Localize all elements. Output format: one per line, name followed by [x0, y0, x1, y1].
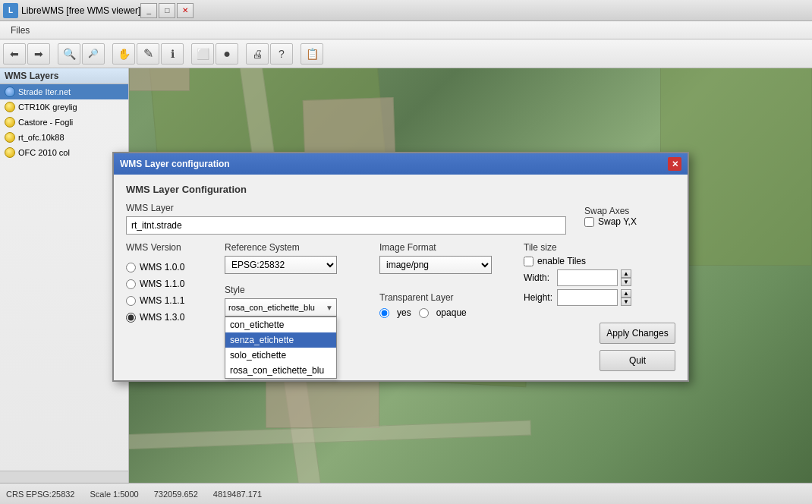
enable-tiles-checkbox[interactable]: [524, 257, 533, 266]
wms-version-100-radio[interactable]: [126, 263, 136, 272]
style-current-value: rosa_con_etichette_blu: [228, 303, 315, 312]
dialog-title: WMS Layer configuration: [120, 159, 230, 169]
status-crs: CRS EPSG:25832: [6, 490, 75, 499]
print-button[interactable]: 🖨: [246, 43, 269, 65]
dialog-section-title: WMS Layer Configuration: [126, 184, 675, 195]
tile-height-up[interactable]: ▲: [621, 289, 631, 298]
close-button[interactable]: ✕: [177, 3, 194, 18]
style-option-con-etichette[interactable]: con_etichette: [225, 317, 336, 332]
select-button[interactable]: ⬜: [191, 43, 214, 65]
wms-version-130-radio[interactable]: [126, 313, 136, 323]
quit-button[interactable]: Quit: [600, 350, 675, 371]
image-format-group: Image Format image/png image/jpeg image/…: [379, 242, 508, 274]
nav-forward-button[interactable]: ➡: [27, 43, 50, 65]
apply-changes-button[interactable]: Apply Changes: [600, 323, 675, 344]
zoom-in-button[interactable]: 🔍: [58, 43, 80, 65]
hand-tool-button[interactable]: ✋: [112, 43, 135, 65]
tile-size-group: Tile size enable Tiles Width: ▲ ▼: [524, 242, 675, 309]
wms-version-100-row: WMS 1.0.0: [126, 262, 209, 272]
point-button[interactable]: ●: [216, 43, 238, 65]
swap-axes-label: Swap Axes: [584, 206, 645, 216]
tile-width-row: Width: ▲ ▼: [524, 269, 675, 286]
style-dropdown-container: rosa_con_etichette_blu ▼ con_etichette s…: [225, 298, 364, 317]
zoom-out-button[interactable]: 🔎: [82, 43, 105, 65]
form-columns: WMS Version WMS 1.0.0 WMS 1.1.0 WMS 1.1.…: [126, 242, 675, 371]
swap-yx-label: Swap Y,X: [598, 216, 637, 227]
minimize-button[interactable]: _: [140, 3, 157, 18]
clipboard-button[interactable]: 📋: [301, 43, 323, 65]
wms-layer-row: WMS Layer Swap Axes Swap Y,X: [126, 203, 675, 235]
transparent-label: Transparent Layer: [379, 292, 454, 303]
image-format-select[interactable]: image/png image/jpeg image/gif: [379, 256, 492, 274]
transparent-options-row: yes opaque: [379, 307, 508, 318]
img-format-col: Image Format image/png image/jpeg image/…: [379, 242, 508, 371]
action-buttons-col: Apply Changes Quit: [600, 323, 675, 371]
tile-width-down[interactable]: ▼: [621, 278, 631, 286]
style-dropdown-arrow: ▼: [326, 304, 333, 312]
transparent-yes-label: yes: [397, 307, 411, 318]
help-button[interactable]: ?: [270, 43, 293, 65]
ref-system-group: Reference System EPSG:25832 EPSG:4326 EP…: [225, 242, 364, 274]
title-bar: L LibreWMS [free WMS viewer] _ □ ✕: [0, 0, 812, 21]
tile-height-row: Height: ▲ ▼: [524, 289, 675, 306]
status-x: 732059.652: [154, 490, 198, 499]
status-y: 4819487.171: [213, 490, 262, 499]
wms-version-110-row: WMS 1.1.0: [126, 279, 209, 289]
window-controls: _ □ ✕: [140, 3, 194, 18]
ref-system-select[interactable]: EPSG:25832 EPSG:4326 EPSG:3857: [225, 256, 337, 274]
transparent-opaque-radio[interactable]: [419, 308, 429, 318]
transparent-yes-radio[interactable]: [379, 308, 389, 318]
wms-version-100-label: WMS 1.0.0: [140, 262, 184, 272]
wms-version-111-radio[interactable]: [126, 296, 136, 306]
edit-button[interactable]: ✎: [137, 43, 159, 65]
app-title: LibreWMS [free WMS viewer]: [21, 5, 140, 16]
menu-bar: Files: [0, 21, 812, 39]
dialog-title-bar: WMS Layer configuration ✕: [114, 153, 688, 175]
style-option-rosa-etichette-blu[interactable]: rosa_con_etichette_blu: [225, 363, 336, 378]
info-button[interactable]: ℹ: [161, 43, 184, 65]
tile-width-label: Width:: [524, 272, 554, 283]
files-menu[interactable]: Files: [5, 24, 36, 37]
tile-height-label: Height:: [524, 292, 554, 303]
ref-system-label: Reference System: [225, 242, 300, 253]
status-scale: Scale 1:5000: [90, 490, 139, 499]
wms-version-130-row: WMS 1.3.0: [126, 312, 209, 323]
transparent-layer-group: Transparent Layer yes opaque: [379, 292, 508, 318]
image-format-label: Image Format: [379, 242, 436, 253]
nav-back-button[interactable]: ⬅: [3, 43, 26, 65]
style-select-trigger[interactable]: rosa_con_etichette_blu ▼: [225, 298, 337, 317]
wms-layer-input[interactable]: [126, 216, 566, 235]
tile-width-up[interactable]: ▲: [621, 269, 631, 278]
tile-height-spinners: ▲ ▼: [621, 289, 631, 306]
status-bar: CRS EPSG:25832 Scale 1:5000 732059.652 4…: [0, 483, 812, 504]
swap-yx-checkbox[interactable]: [584, 217, 594, 227]
tile-height-down[interactable]: ▼: [621, 298, 631, 306]
wms-version-111-label: WMS 1.1.1: [140, 295, 184, 306]
tile-size-label: Tile size: [524, 242, 557, 253]
wms-version-col: WMS Version WMS 1.0.0 WMS 1.1.0 WMS 1.1.…: [126, 242, 209, 371]
wms-version-label: WMS Version: [126, 242, 209, 253]
app-icon: L: [3, 3, 18, 18]
style-option-solo-etichette[interactable]: solo_etichette: [225, 348, 336, 363]
dialog-close-button[interactable]: ✕: [668, 157, 681, 171]
swap-yx-row: Swap Y,X: [584, 216, 637, 227]
tile-height-input[interactable]: [557, 289, 618, 306]
wms-layer-config-dialog: WMS Layer configuration ✕ WMS Layer Conf…: [112, 152, 689, 382]
ref-style-col: Reference System EPSG:25832 EPSG:4326 EP…: [225, 242, 364, 371]
toolbar: ⬅ ➡ 🔍 🔎 ✋ ✎ ℹ ⬜ ● 🖨 ? 📋: [0, 39, 812, 68]
wms-version-110-radio[interactable]: [126, 279, 136, 289]
dialog-overlay: WMS Layer configuration ✕ WMS Layer Conf…: [0, 68, 812, 483]
tile-width-spinners: ▲ ▼: [621, 269, 631, 286]
wms-version-111-row: WMS 1.1.1: [126, 295, 209, 306]
tile-action-col: Tile size enable Tiles Width: ▲ ▼: [524, 242, 675, 371]
maximize-button[interactable]: □: [159, 3, 175, 18]
tile-width-input[interactable]: [557, 269, 618, 286]
style-group: Style rosa_con_etichette_blu ▼ con_etich…: [225, 285, 364, 317]
enable-tiles-label: enable Tiles: [537, 256, 586, 266]
enable-tiles-row: enable Tiles: [524, 256, 675, 266]
style-dropdown-list: con_etichette senza_etichette solo_etich…: [225, 317, 337, 379]
wms-layer-label: WMS Layer: [126, 203, 569, 213]
wms-version-110-label: WMS 1.1.0: [140, 279, 184, 289]
style-label: Style: [225, 285, 245, 295]
style-option-senza-etichette[interactable]: senza_etichette: [225, 332, 336, 348]
